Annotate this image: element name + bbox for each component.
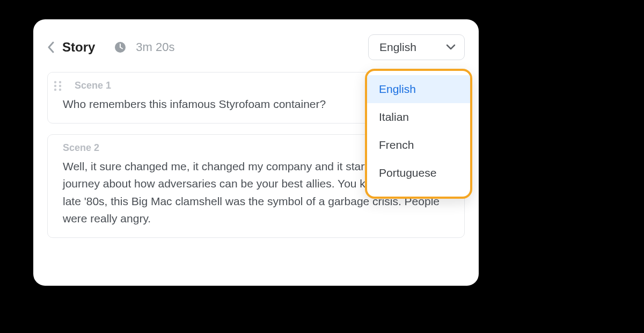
page-title: Story [62,40,95,55]
language-option-french[interactable]: French [367,131,470,159]
svg-point-6 [59,89,61,91]
svg-point-1 [54,81,56,83]
duration-text: 3m 20s [136,40,174,54]
drag-handle-icon[interactable] [53,80,63,92]
language-option-portuguese[interactable]: Portuguese [367,159,470,187]
back-chevron-icon[interactable] [47,41,55,53]
chevron-down-icon [446,44,456,50]
language-dropdown: English Italian French Portuguese [365,69,472,199]
header: Story 3m 20s English [47,34,465,60]
language-select-value: English [379,41,416,54]
svg-point-4 [59,85,61,87]
svg-point-3 [54,85,56,87]
language-option-italian[interactable]: Italian [367,103,470,131]
language-option-english[interactable]: English [367,75,470,103]
language-select[interactable]: English [368,34,465,60]
svg-point-5 [54,89,56,91]
clock-icon [114,41,126,53]
svg-point-2 [59,81,61,83]
